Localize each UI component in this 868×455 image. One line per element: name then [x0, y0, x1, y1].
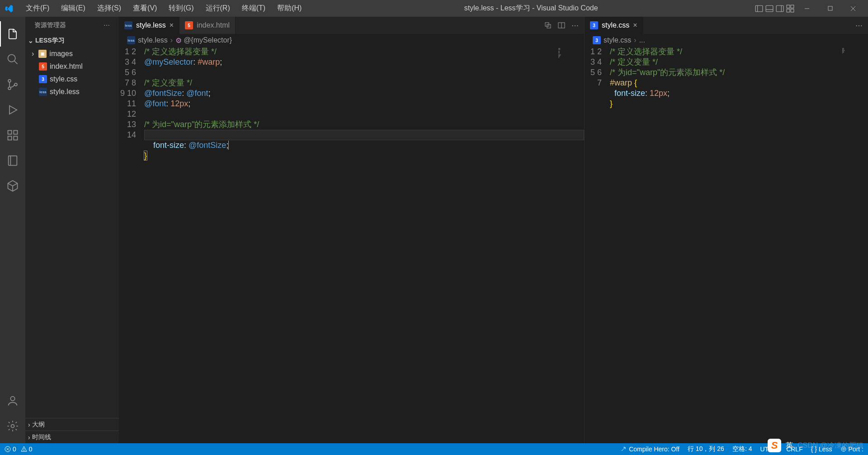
status-line-col[interactable]: 行 10，列 26 [688, 445, 724, 453]
maximize-button[interactable] [820, 2, 840, 15]
code-content-left[interactable]: /* 定义选择器变量 */ @mySelector: #warp; /* 定义变… [144, 47, 557, 443]
split-editor-icon[interactable] [558, 22, 565, 29]
css-file-icon: 3 [39, 75, 47, 83]
status-eol[interactable]: CRLF [786, 446, 803, 453]
breadcrumb-symbol[interactable]: ⚙ @{mySelector} [175, 36, 232, 45]
activity-explorer[interactable] [0, 21, 25, 47]
svg-line-15 [14, 61, 18, 64]
svg-rect-24 [9, 156, 17, 166]
breadcrumb-separator: › [170, 36, 173, 44]
status-port[interactable]: Port : [840, 446, 863, 453]
activity-extensions[interactable] [0, 123, 25, 148]
chevron-right-icon: › [28, 421, 30, 428]
customize-layout-icon[interactable] [786, 5, 794, 13]
editor-right[interactable]: 1 2 3 4 5 6 7 /* 定义选择器变量 */ /* 定义变量 */ /… [585, 47, 868, 443]
breadcrumb-right[interactable]: 3 style.css › ... [585, 34, 868, 47]
tree-item-label: index.html [50, 62, 83, 71]
svg-point-37 [841, 447, 846, 451]
svg-rect-23 [14, 131, 17, 134]
less-file-icon: less [39, 88, 47, 96]
status-compile-hero[interactable]: Compile Hero: Off [621, 446, 679, 453]
activity-settings[interactable] [0, 413, 25, 439]
status-language[interactable]: { }Less [811, 446, 832, 453]
status-errors[interactable]: 0 [5, 446, 16, 453]
activity-run-debug[interactable] [0, 97, 25, 123]
close-tab-icon[interactable]: × [170, 21, 174, 29]
tree-item-label: images [49, 50, 73, 58]
svg-rect-20 [8, 131, 12, 134]
minimize-button[interactable] [797, 2, 817, 15]
workspace-folder-header[interactable]: ⌄ LESS学习 [25, 34, 119, 47]
activity-source-control[interactable] [0, 72, 25, 97]
activity-books[interactable] [0, 148, 25, 173]
more-actions-icon[interactable]: ⋯ [855, 21, 863, 30]
menu-file[interactable]: 文件(F) [20, 1, 55, 16]
tab-label: index.html [197, 21, 230, 29]
tab-index-html[interactable]: 5 index.html [179, 17, 236, 34]
svg-rect-4 [776, 5, 783, 12]
menu-edit[interactable]: 编辑(E) [56, 1, 90, 16]
close-tab-icon[interactable]: × [633, 21, 637, 29]
toggle-panel-icon[interactable] [765, 5, 774, 13]
tab-actions: ⋯ [544, 17, 584, 34]
menu-bar: 文件(F) 编辑(E) 选择(S) 查看(V) 转到(G) 运行(R) 终端(T… [20, 1, 307, 16]
status-warnings[interactable]: 0 [21, 446, 33, 453]
activity-accounts[interactable] [0, 388, 25, 413]
sidebar-section-outline[interactable]: › 大纲 [25, 418, 119, 431]
chevron-right-icon: › [28, 434, 30, 441]
less-file-icon: less [127, 36, 135, 44]
minimap-left[interactable]: ██████████████████████ [557, 47, 584, 443]
sidebar-header: 资源管理器 ⋯ [25, 17, 119, 34]
svg-rect-21 [8, 136, 12, 140]
activity-bar [0, 17, 25, 443]
explorer-sidebar: 资源管理器 ⋯ ⌄ LESS学习 › ▣ images 5 index.html… [25, 17, 119, 443]
editor-group-left: less style.less × 5 index.html ⋯ less st… [119, 17, 585, 443]
html-file-icon: 5 [39, 62, 47, 71]
vscode-logo-icon [5, 4, 14, 13]
sidebar-more-icon[interactable]: ⋯ [104, 22, 110, 29]
chevron-down-icon: ⌄ [28, 37, 33, 44]
code-content-right[interactable]: /* 定义选择器变量 */ /* 定义变量 */ /* 为id="warp"的元… [610, 47, 841, 443]
menu-go[interactable]: 转到(G) [163, 1, 199, 16]
status-spaces[interactable]: 空格: 4 [732, 445, 752, 453]
sidebar-section-timeline[interactable]: › 时间线 [25, 431, 119, 443]
toggle-secondary-sidebar-icon[interactable] [776, 5, 784, 13]
run-icon[interactable] [544, 22, 552, 29]
menu-selection[interactable]: 选择(S) [92, 1, 127, 16]
file-tree-item-style-less[interactable]: less style.less [25, 85, 119, 98]
status-encoding[interactable]: UTF-8 [760, 446, 778, 453]
svg-rect-0 [755, 5, 763, 12]
tree-item-label: style.css [50, 75, 77, 83]
menu-terminal[interactable]: 终端(T) [236, 1, 271, 16]
editor-left[interactable]: 1 2 3 4 5 6 7 8 9 10 11 12 13 14 /* 定义选择… [119, 47, 584, 443]
chevron-right-icon: › [32, 50, 34, 58]
svg-point-26 [10, 397, 14, 401]
toggle-primary-sidebar-icon[interactable] [755, 5, 763, 13]
tab-style-css[interactable]: 3 style.css × [585, 17, 643, 34]
svg-point-36 [24, 450, 24, 451]
activity-search[interactable] [0, 47, 25, 72]
svg-rect-11 [828, 6, 832, 10]
svg-rect-22 [14, 136, 17, 140]
svg-point-14 [8, 55, 15, 62]
activity-cube[interactable] [0, 173, 25, 199]
tab-style-less[interactable]: less style.less × [119, 17, 179, 34]
file-tree-item-index-html[interactable]: 5 index.html [25, 60, 119, 73]
svg-point-17 [8, 87, 11, 90]
close-button[interactable] [843, 2, 863, 15]
window-controls [755, 2, 863, 15]
menu-help[interactable]: 帮助(H) [272, 1, 307, 16]
more-actions-icon[interactable]: ⋯ [571, 21, 579, 30]
menu-run[interactable]: 运行(R) [200, 1, 236, 16]
breadcrumb-left[interactable]: less style.less › ⚙ @{mySelector} [119, 34, 584, 47]
svg-point-16 [8, 80, 11, 82]
workspace-folder-name: LESS学习 [35, 37, 65, 45]
file-tree-item-style-css[interactable]: 3 style.css [25, 73, 119, 85]
svg-rect-2 [766, 5, 773, 12]
minimap-right[interactable]: ███████████████ [841, 47, 868, 443]
tab-actions: ⋯ [855, 17, 868, 34]
menu-view[interactable]: 查看(V) [127, 1, 162, 16]
file-tree-folder-images[interactable]: › ▣ images [25, 47, 119, 60]
html-file-icon: 5 [185, 21, 193, 29]
breadcrumb-symbol: ... [639, 36, 645, 44]
